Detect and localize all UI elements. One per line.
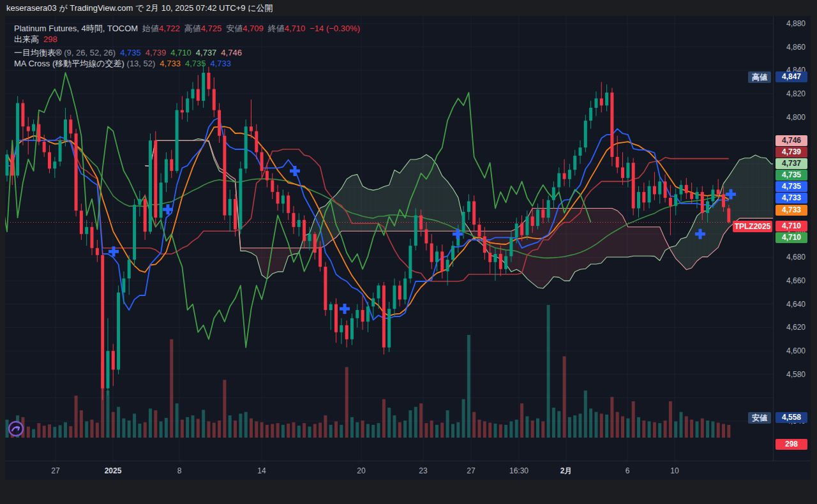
ichimoku-params: (9, 26, 52, 26) [64, 48, 116, 57]
ohlc-value: 4,709 [243, 24, 264, 33]
legend-value: 4,739 [146, 48, 167, 57]
arrow-circle-icon [6, 419, 26, 438]
legend-symbol-row[interactable]: Platinum Futures, 4時間, TOCOM始値4,722高値4,7… [14, 23, 360, 34]
ohlc-label: 終値 [268, 24, 285, 33]
price-axis-label: 4,600 [786, 346, 806, 356]
ohlc-label: 安値 [226, 24, 243, 33]
price-axis-label: 4,800 [786, 112, 806, 122]
legend-value: 4,735 [120, 48, 141, 57]
price-axis-label: 4,580 [786, 369, 806, 380]
time-axis-tick: 27 [467, 461, 475, 480]
price-axis-label: 4,860 [786, 42, 806, 52]
time-axis-tick: 6 [626, 461, 630, 480]
legend-value: 4,733 [210, 59, 231, 68]
legend-value: 4,746 [221, 48, 242, 57]
price-axis-label: 4,820 [786, 89, 806, 99]
low-value-badge: 4,558 [776, 412, 807, 423]
price-badge: 4,735 [776, 181, 807, 192]
price-badge: 4,737 [776, 158, 807, 169]
time-axis-tick: 16:30 [509, 461, 528, 480]
chart-panel: Platinum Futures, 4時間, TOCOM始値4,722高値4,7… [5, 16, 811, 480]
legend-value: 4,735 [185, 59, 206, 68]
price-axis-label: 4,640 [786, 299, 806, 309]
legend-ichimoku-row[interactable]: 一目均衡表® (9, 26, 52, 26)4,7354,7394,7104,7… [14, 47, 360, 58]
price-axis-label: 4,880 [786, 19, 806, 29]
volume-value: 298 [43, 34, 57, 44]
ohlc-label: 始値 [142, 24, 159, 33]
ma-cross-marker [340, 304, 350, 314]
time-axis-tick: 2025 [105, 461, 122, 480]
price-badge: 4,710 [776, 232, 807, 243]
price-badge: 4,735 [776, 170, 807, 181]
price-badge: 4,710 [776, 221, 807, 232]
price-axis[interactable]: 4,8804,8604,8404,8204,8004,7004,6804,660… [773, 16, 811, 461]
price-badge: 4,739 [776, 147, 807, 158]
price-axis-label: 4,620 [786, 322, 806, 332]
price-badge: 298 [776, 439, 807, 450]
time-axis-tick: 14 [257, 461, 266, 480]
macross-params: (13, 52) [127, 59, 156, 68]
ohlc-value: 4,710 [285, 24, 306, 33]
footer-bar: TradingView [0, 480, 817, 504]
publish-text: keserasera03 が TradingView.com で 2月 10, … [6, 3, 273, 13]
ichimoku-values: 4,7354,7394,7104,7374,746 [120, 48, 246, 57]
ma-cross-marker [290, 166, 300, 176]
ohlc-value: 4,722 [159, 24, 180, 33]
time-axis-tick: 2月 [560, 461, 573, 480]
time-axis-tick: 23 [419, 461, 427, 480]
ichimoku-title: 一目均衡表® [14, 48, 62, 57]
time-axis-tick: 20 [357, 461, 365, 480]
low-label-chip: 安値 [748, 412, 771, 424]
time-axis-tick: 10 [670, 461, 678, 480]
ohlc-values: 始値4,722高値4,725安値4,709終値4,710−14 (−0.30%) [142, 24, 360, 33]
symbol-price-chip: TPLZ2025 [733, 221, 772, 232]
price-badge: 4,733 [776, 205, 807, 216]
time-axis-tick: 8 [177, 461, 182, 480]
change-value: −14 (−0.30%) [310, 24, 360, 33]
ohlc-value: 4,725 [201, 24, 222, 33]
price-badge: 4,746 [776, 135, 807, 146]
price-badge: 4,733 [776, 193, 807, 204]
high-value-badge: 4,847 [776, 71, 807, 82]
high-label-chip: 高値 [748, 71, 771, 83]
publish-header: keserasera03 が TradingView.com で 2月 10, … [0, 0, 817, 16]
ohlc-label: 高値 [184, 24, 201, 33]
legend-value: 4,737 [196, 48, 217, 57]
symbol-title: Platinum Futures, 4時間, TOCOM [14, 24, 138, 33]
price-axis-label: 4,660 [786, 276, 806, 286]
time-axis-tick: 27 [51, 461, 59, 480]
macross-title: MA Cross (移動平均線の交差) [14, 59, 124, 68]
macross-values: 4,7334,7354,733 [160, 59, 236, 68]
chart-canvas[interactable] [5, 16, 773, 461]
time-axis[interactable]: 27202581420232716:302月610 [5, 461, 811, 480]
legend-macross-row[interactable]: MA Cross (移動平均線の交差) (13, 52)4,7334,7354,… [14, 58, 360, 69]
legend-value: 4,733 [160, 59, 181, 68]
legend-volume-row[interactable]: 出来高298 [14, 34, 360, 45]
volume-label: 出来高 [14, 34, 39, 44]
chart-legend: Platinum Futures, 4時間, TOCOM始値4,722高値4,7… [14, 23, 360, 69]
legend-value: 4,710 [170, 48, 191, 57]
price-axis-label: 4,680 [786, 252, 806, 262]
